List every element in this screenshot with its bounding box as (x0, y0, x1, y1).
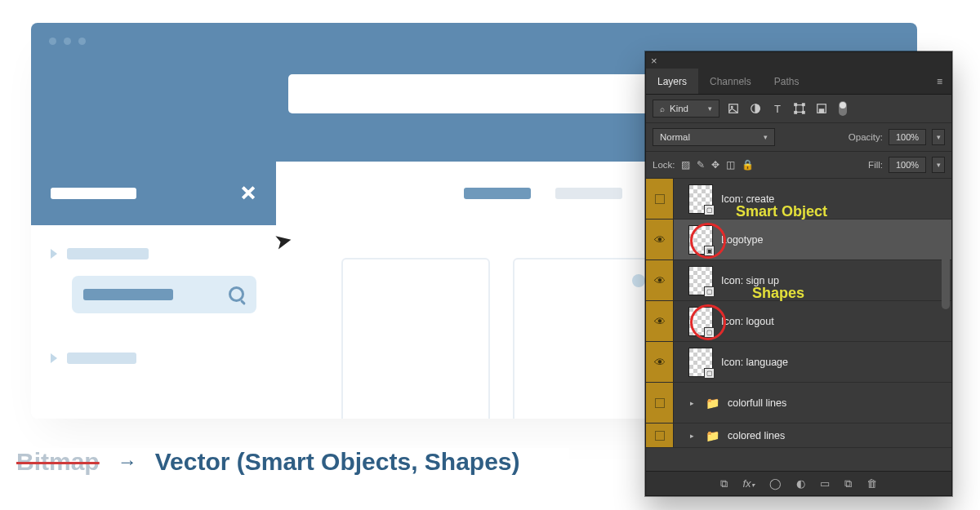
lock-row: Lock: ▨ ✎ ✥ ◫ 🔒 Fill: 100% ▾ (646, 152, 951, 179)
eye-icon: 👁 (654, 356, 666, 369)
sidebar-header: ✕ (31, 162, 276, 225)
chevron-right-icon (51, 353, 57, 363)
card-dot-icon (632, 274, 645, 287)
chevron-right-icon[interactable]: ▸ (690, 432, 694, 440)
panel-titlebar[interactable]: × (646, 52, 951, 69)
layer-thumb: ▢ (688, 307, 713, 336)
layer-name: colorfull lines (728, 397, 786, 409)
layer-folder-row[interactable]: ▸ 📁 colorfull lines (646, 383, 951, 424)
eye-icon: 👁 (654, 274, 666, 287)
tab-active[interactable] (464, 188, 531, 199)
visibility-toggle[interactable] (646, 424, 674, 447)
caption-vector: Vector (Smart Objects, Shapes) (155, 448, 520, 476)
panel-menu-icon[interactable]: ≡ (929, 76, 951, 87)
filter-adjust-icon[interactable] (747, 100, 764, 117)
shape-badge-icon: ▢ (704, 327, 715, 338)
fill-field[interactable]: 100% (889, 157, 926, 173)
folder-icon: 📁 (706, 429, 719, 442)
chevron-right-icon (51, 249, 57, 259)
layer-name: Icon: create (721, 193, 774, 205)
fx-icon[interactable]: fx▾ (742, 477, 754, 490)
sidebar-title-placeholder (51, 188, 136, 199)
lock-artboard-icon[interactable]: ◫ (726, 159, 735, 171)
layer-name: Logotype (721, 234, 763, 246)
layer-thumb: ▢ (688, 266, 713, 295)
search-icon (229, 286, 245, 303)
tab-paths[interactable]: Paths (763, 69, 811, 94)
lock-brush-icon[interactable]: ✎ (697, 159, 705, 171)
opacity-caret[interactable]: ▾ (932, 129, 945, 145)
fill-caret[interactable]: ▾ (932, 157, 945, 173)
caption-bitmap: Bitmap (16, 448, 100, 476)
sidebar-item-label (67, 248, 149, 259)
filter-shape-icon[interactable] (791, 100, 808, 117)
layer-row[interactable]: 👁 ▢ Icon: logout (646, 301, 951, 342)
visibility-toggle[interactable]: 👁 (646, 301, 674, 341)
eye-icon: 👁 (654, 315, 666, 328)
svg-rect-7 (803, 112, 805, 114)
layer-thumb: ▢ (688, 348, 713, 377)
tab-layers[interactable]: Layers (646, 69, 698, 94)
svg-point-1 (731, 106, 733, 108)
blend-mode-select[interactable]: Normal ▾ (653, 128, 775, 146)
card[interactable] (341, 258, 490, 419)
adjustment-icon[interactable]: ◐ (796, 477, 805, 490)
link-layers-icon[interactable]: ⧉ (720, 477, 728, 490)
lock-transparency-icon[interactable]: ▨ (681, 159, 690, 171)
filter-type-icon[interactable]: T (769, 100, 786, 117)
layer-name: colored lines (728, 430, 785, 441)
fill-label: Fill: (868, 160, 883, 170)
opacity-label: Opacity: (849, 132, 883, 142)
svg-rect-4 (795, 104, 797, 106)
visibility-toggle[interactable]: 👁 (646, 260, 674, 300)
opacity-field[interactable]: 100% (889, 129, 926, 145)
visibility-toggle[interactable] (646, 383, 674, 423)
sidebar-search[interactable] (72, 276, 256, 313)
layer-name: Icon: logout (721, 316, 774, 327)
sidebar-item[interactable] (31, 248, 276, 259)
card[interactable] (513, 258, 662, 419)
filter-kind-label: Kind (670, 104, 688, 113)
svg-rect-6 (795, 112, 797, 114)
sidebar-item[interactable] (31, 353, 276, 364)
sidebar: ✕ (31, 162, 276, 419)
panel-footer: ⧉ fx▾ ◯ ◐ ▭ ⧉ 🗑 (646, 471, 951, 495)
close-icon[interactable]: ✕ (240, 182, 256, 205)
tab[interactable] (555, 188, 622, 199)
visibility-toggle[interactable]: 👁 (646, 220, 674, 259)
visibility-toggle[interactable]: 👁 (646, 342, 674, 382)
filter-toggle[interactable] (839, 101, 847, 116)
trash-icon[interactable]: 🗑 (866, 477, 877, 490)
new-layer-icon[interactable]: ⧉ (844, 477, 852, 490)
blend-mode-value: Normal (660, 132, 690, 142)
filter-row: ⌕ Kind ▾ T (646, 95, 951, 123)
layer-row[interactable]: 👁 ▢ Icon: language (646, 342, 951, 383)
lock-position-icon[interactable]: ✥ (711, 159, 719, 171)
layers-panel: × Layers Channels Paths ≡ ⌕ Kind ▾ T Nor… (645, 51, 952, 496)
filter-smart-icon[interactable] (813, 100, 830, 117)
close-icon[interactable]: × (651, 55, 657, 67)
filter-image-icon[interactable] (725, 100, 742, 117)
chevron-right-icon[interactable]: ▸ (690, 399, 694, 407)
shape-badge-icon: ▢ (704, 205, 715, 215)
tab-channels[interactable]: Channels (698, 69, 763, 94)
layer-folder-row[interactable]: ▸ 📁 colored lines (646, 424, 951, 448)
layer-row[interactable]: 👁 ▢ Icon: sign up (646, 260, 951, 301)
eye-icon: 👁 (654, 233, 666, 246)
traffic-lights (49, 38, 86, 45)
search-text-placeholder (83, 289, 173, 300)
new-group-icon[interactable]: ▭ (820, 477, 830, 490)
mask-icon[interactable]: ◯ (769, 477, 782, 490)
smart-object-badge-icon: ▣ (704, 246, 715, 256)
visibility-toggle[interactable] (646, 179, 674, 219)
layer-name: Icon: sign up (721, 275, 779, 286)
blend-row: Normal ▾ Opacity: 100% ▾ (646, 123, 951, 152)
lock-all-icon[interactable]: 🔒 (742, 159, 754, 171)
filter-kind-select[interactable]: ⌕ Kind ▾ (653, 100, 719, 118)
caption: Bitmap → Vector (Smart Objects, Shapes) (16, 448, 569, 476)
layer-row[interactable]: 👁 ▣ Logotype (646, 220, 951, 260)
layer-row[interactable]: ▢ Icon: create (646, 179, 951, 220)
layer-name: Icon: language (721, 357, 788, 368)
shape-badge-icon: ▢ (704, 368, 715, 379)
layer-thumb: ▣ (688, 225, 713, 255)
